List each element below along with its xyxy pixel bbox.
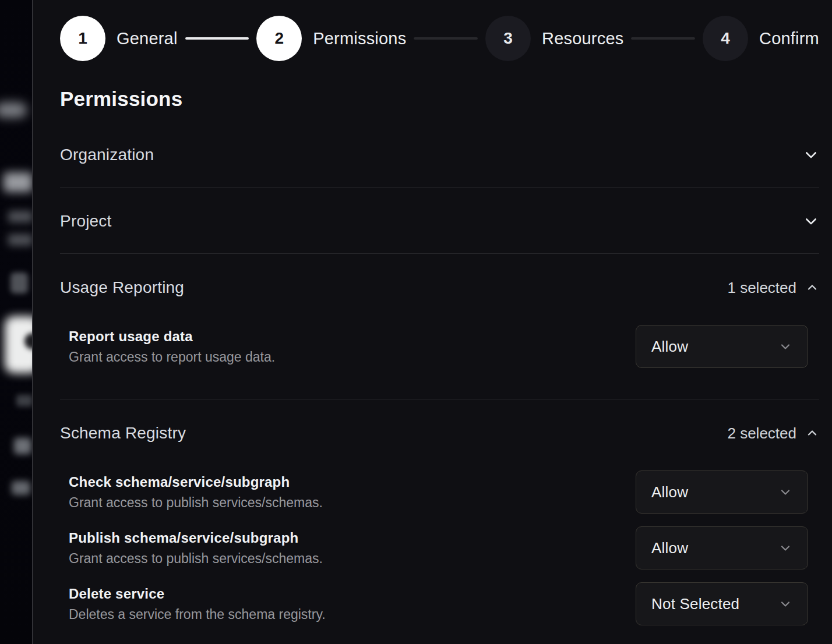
step-label: Permissions — [313, 29, 406, 48]
step-connector — [185, 37, 249, 40]
step-number-badge[interactable]: 3 — [485, 16, 531, 61]
permission-row-check-schema: Check schema/service/subgraph Grant acce… — [60, 470, 819, 514]
permission-select-check-schema[interactable]: Allow — [636, 470, 808, 514]
section-header-schema-registry[interactable]: Schema Registry 2 selected — [60, 399, 819, 443]
section-organization: Organization — [60, 121, 819, 187]
permission-text: Delete service Deletes a service from th… — [69, 586, 326, 622]
dropdown-value: Allow — [651, 539, 688, 557]
permission-select-publish-schema[interactable]: Allow — [636, 526, 808, 569]
background-sidebar — [0, 0, 32, 644]
step-number-badge[interactable]: 1 — [60, 16, 105, 61]
permission-text: Report usage data Grant access to report… — [69, 328, 275, 365]
chevron-down-icon — [803, 213, 819, 229]
section-header-right: 1 selected — [727, 279, 819, 297]
permission-title: Check schema/service/subgraph — [69, 474, 323, 490]
step-resources[interactable]: 3 Resources — [485, 16, 623, 61]
section-header-usage-reporting[interactable]: Usage Reporting 1 selected — [60, 254, 819, 297]
chevron-up-icon — [805, 281, 819, 295]
permission-select-delete-service[interactable]: Not Selected — [636, 582, 808, 625]
blurred-menu-item — [16, 395, 32, 406]
permission-sections: Organization Project Usage Reporting 1 s… — [60, 121, 819, 642]
step-label: Confirm — [759, 29, 819, 48]
step-label: General — [117, 29, 178, 48]
permission-row-report-usage-data: Report usage data Grant access to report… — [60, 325, 819, 368]
permission-description: Grant access to publish services/schemas… — [69, 495, 323, 511]
section-header-right: 2 selected — [727, 424, 819, 443]
permission-title: Report usage data — [69, 328, 275, 345]
section-header-organization[interactable]: Organization — [60, 121, 819, 187]
dropdown-value: Not Selected — [651, 595, 739, 613]
permission-list: Report usage data Grant access to report… — [60, 325, 819, 368]
step-confirm[interactable]: 4 Confirm — [703, 16, 819, 61]
permission-description: Grant access to publish services/schemas… — [69, 551, 323, 567]
chevron-up-icon — [805, 426, 819, 440]
blurred-menu-item — [12, 481, 30, 495]
section-schema-registry: Schema Registry 2 selected Check schema/… — [60, 399, 819, 642]
chevron-down-icon — [778, 485, 792, 499]
permissions-wizard-panel: 1 General 2 Permissions 3 Resources 4 Co… — [32, 0, 832, 644]
step-connector — [631, 37, 695, 40]
chevron-down-icon — [778, 339, 792, 353]
step-number: 2 — [274, 29, 284, 48]
blurred-text-line — [8, 211, 32, 222]
section-title: Usage Reporting — [60, 278, 184, 297]
permission-list: Check schema/service/subgraph Grant acce… — [60, 470, 819, 625]
step-general[interactable]: 1 General — [60, 16, 178, 61]
permission-row-publish-schema: Publish schema/service/subgraph Grant ac… — [60, 526, 819, 569]
step-number: 4 — [721, 29, 730, 48]
step-number: 1 — [78, 29, 87, 48]
blurred-pill — [0, 102, 27, 118]
blurred-text-line — [8, 234, 32, 246]
permission-title: Publish schema/service/subgraph — [69, 530, 323, 546]
section-title: Schema Registry — [60, 424, 186, 443]
wizard-stepper: 1 General 2 Permissions 3 Resources 4 Co… — [60, 15, 819, 62]
step-permissions[interactable]: 2 Permissions — [256, 16, 406, 61]
blurred-heading — [3, 172, 32, 192]
section-project: Project — [60, 187, 819, 254]
permission-description: Deletes a service from the schema regist… — [69, 607, 326, 622]
step-number-badge[interactable]: 2 — [256, 16, 302, 61]
chevron-down-icon — [778, 541, 792, 555]
section-title: Organization — [60, 146, 154, 164]
permission-text: Publish schema/service/subgraph Grant ac… — [69, 530, 323, 567]
chevron-down-icon — [803, 147, 819, 163]
step-label: Resources — [542, 29, 623, 48]
selected-count-badge: 2 selected — [727, 424, 796, 443]
permission-text: Check schema/service/subgraph Grant acce… — [69, 474, 323, 511]
step-number-badge[interactable]: 4 — [703, 16, 748, 61]
page-title: Permissions — [60, 87, 819, 111]
blurred-icon — [10, 273, 28, 293]
permission-description: Grant access to report usage data. — [69, 349, 275, 365]
dropdown-value: Allow — [651, 338, 688, 356]
permission-select-report-usage-data[interactable]: Allow — [636, 325, 808, 368]
step-connector — [414, 37, 478, 40]
blurred-menu-item — [14, 438, 31, 454]
chevron-down-icon — [778, 597, 792, 611]
dropdown-value: Allow — [651, 483, 688, 501]
section-usage-reporting: Usage Reporting 1 selected Report usage … — [60, 254, 819, 399]
step-number: 3 — [503, 29, 513, 48]
section-header-project[interactable]: Project — [60, 187, 819, 253]
permission-row-delete-service: Delete service Deletes a service from th… — [60, 582, 819, 625]
permission-title: Delete service — [69, 586, 326, 602]
section-title: Project — [60, 212, 112, 231]
selected-count-badge: 1 selected — [727, 279, 796, 297]
